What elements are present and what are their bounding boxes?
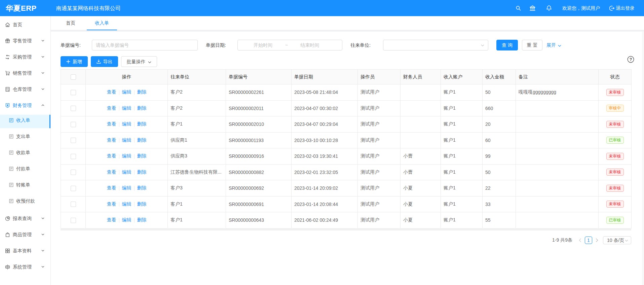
svg-text:?: ? [630,57,632,62]
